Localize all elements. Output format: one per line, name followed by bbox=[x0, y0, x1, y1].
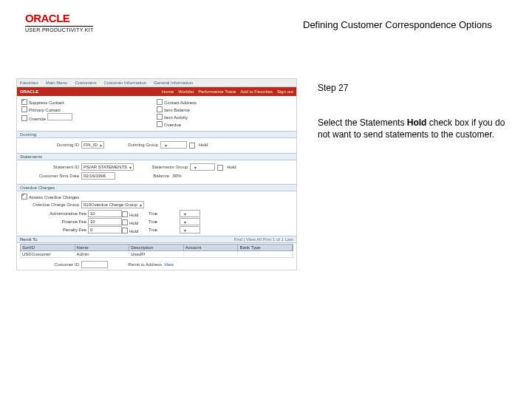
checkbox-icon[interactable] bbox=[122, 211, 128, 217]
td: Admin bbox=[75, 251, 130, 257]
statement-id-select[interactable]: PS/AR STATEMENTS bbox=[81, 163, 134, 171]
address-table: SortID Name Description Account Bank Typ… bbox=[20, 244, 293, 258]
checkbox-icon[interactable] bbox=[21, 194, 27, 200]
th: SortID bbox=[21, 245, 75, 250]
section-address: Remit To Find | View All First 1 of 1 La… bbox=[17, 236, 296, 243]
field-label: Remit to Address bbox=[110, 262, 162, 267]
checkbox-icon[interactable] bbox=[157, 106, 163, 112]
instruction-text: Select the Statements Hold check box if … bbox=[318, 117, 507, 140]
checkbox-icon[interactable] bbox=[21, 106, 27, 112]
checkbox-label: Override bbox=[29, 117, 46, 121]
th: Bank Type bbox=[238, 245, 293, 250]
field-label: Customer Stmt Date bbox=[21, 174, 79, 178]
field-label: Dunning ID bbox=[21, 143, 79, 147]
checkbox-label: Primary Contact bbox=[29, 108, 61, 112]
brand-logo: ORACLE USER PRODUCTIVITY KIT bbox=[25, 12, 114, 33]
menu-item[interactable]: Customers bbox=[75, 81, 96, 85]
customer-date-input[interactable]: 02/16/1996 bbox=[81, 172, 115, 180]
row-label: Penalty Fee bbox=[21, 228, 86, 232]
balance-value: .00% bbox=[171, 174, 182, 178]
row-label: Finance Fee bbox=[21, 219, 86, 224]
app-brand: ORACLE bbox=[20, 89, 38, 94]
checkbox-icon[interactable] bbox=[21, 115, 27, 121]
statement-group-select[interactable] bbox=[190, 163, 215, 171]
td bbox=[238, 251, 293, 257]
table-row[interactable]: USDCustomer Admin UsedFl bbox=[20, 251, 293, 258]
dunning-id-select[interactable]: FIN_ID bbox=[81, 141, 104, 149]
checkbox-icon[interactable] bbox=[122, 228, 128, 233]
step-label: Step 27 bbox=[318, 83, 348, 93]
fee-input[interactable]: 10 bbox=[88, 210, 122, 217]
field-label: Statement ID bbox=[21, 165, 79, 169]
menu-item[interactable]: Customer Information bbox=[103, 81, 146, 85]
instruction-bold: Hold bbox=[407, 117, 427, 128]
brand-subtitle: USER PRODUCTIVITY KIT bbox=[25, 27, 114, 33]
field-label: Customer ID bbox=[21, 262, 79, 267]
grid-nav[interactable]: Find | View All First 1 of 1 Last bbox=[234, 237, 293, 242]
customer-id-input[interactable] bbox=[81, 261, 108, 268]
section-title: Remit To bbox=[20, 237, 38, 242]
field-label: Overdue Charge Group bbox=[21, 202, 79, 207]
th: Name bbox=[75, 245, 130, 250]
fee-input[interactable]: 0 bbox=[88, 226, 122, 233]
header-link[interactable]: Performance Trace bbox=[198, 89, 236, 94]
app-header: ORACLE Home Worklist Performance Trace A… bbox=[17, 87, 296, 96]
section-overdue: Overdue Charges bbox=[17, 184, 296, 191]
header-link[interactable]: Add to Favorites bbox=[240, 89, 273, 94]
row-true: True bbox=[149, 211, 178, 216]
checkbox-icon[interactable] bbox=[157, 99, 163, 105]
field-label: Dunning Group bbox=[106, 143, 158, 147]
td: UsedFl bbox=[129, 251, 184, 257]
page-title: Defining Customer Correspondence Options bbox=[303, 19, 492, 30]
section-dunning: Dunning bbox=[17, 131, 296, 138]
view-link[interactable]: View bbox=[164, 262, 174, 267]
checkbox-icon[interactable] bbox=[122, 219, 128, 225]
field-label: Balance bbox=[117, 174, 169, 178]
checkbox-icon[interactable] bbox=[21, 99, 27, 105]
checkbox-label: Item Activity bbox=[164, 115, 188, 120]
section-statements: Statements bbox=[17, 153, 296, 160]
checkbox-label: Hold bbox=[227, 165, 236, 169]
header-link[interactable]: Sign out bbox=[277, 89, 293, 94]
th: Description bbox=[129, 245, 184, 250]
menu-item[interactable]: Favorites bbox=[20, 81, 38, 85]
checkbox-icon[interactable] bbox=[157, 114, 163, 120]
checkbox-label: Hold bbox=[199, 143, 208, 147]
fee-input[interactable]: 10 bbox=[88, 218, 122, 225]
checkbox-label: Contact Address bbox=[164, 100, 197, 105]
header-link[interactable]: Home bbox=[162, 89, 174, 94]
checkbox-label: Overdue bbox=[164, 123, 181, 127]
checkbox-icon[interactable] bbox=[157, 121, 163, 127]
header-links: Home Worklist Performance Trace Add to F… bbox=[162, 89, 293, 94]
td: USDCustomer bbox=[21, 251, 75, 257]
statements-hold-checkbox[interactable] bbox=[217, 165, 223, 171]
menu-item[interactable]: Main Menu bbox=[46, 81, 68, 85]
menubar: Favorites Main Menu Customers Customer I… bbox=[17, 79, 296, 87]
menu-item[interactable]: General Information bbox=[154, 81, 193, 85]
override-input[interactable] bbox=[47, 113, 72, 120]
th: Account bbox=[184, 245, 239, 250]
td bbox=[184, 251, 239, 257]
dunning-group-select[interactable] bbox=[160, 141, 187, 149]
brand-wordmark: ORACLE bbox=[25, 12, 69, 24]
row-label: Administrative Fee bbox=[21, 211, 86, 216]
row-select[interactable] bbox=[180, 226, 200, 233]
overdue-group-select[interactable]: 010Overdue Charge Group bbox=[81, 201, 144, 208]
top-options: Suppress Contact Primary Contact Overrid… bbox=[17, 96, 296, 129]
table-header: SortID Name Description Account Bank Typ… bbox=[20, 244, 293, 251]
brand-divider bbox=[25, 26, 93, 27]
header-link[interactable]: Worklist bbox=[178, 89, 194, 94]
checkbox-label: Item Balance bbox=[164, 108, 190, 112]
field-label: Statements Group bbox=[136, 165, 188, 169]
checkbox-label: Assess Overdue Charges bbox=[29, 195, 79, 200]
checkbox-label: Suppress Contact bbox=[29, 100, 64, 105]
row-select[interactable] bbox=[180, 210, 200, 217]
app-screenshot: Favorites Main Menu Customers Customer I… bbox=[16, 78, 297, 270]
row-true: True bbox=[149, 219, 178, 224]
row-true: True bbox=[149, 228, 178, 232]
row-select[interactable] bbox=[180, 218, 200, 225]
checkbox-icon[interactable] bbox=[189, 143, 195, 149]
instruction-pre: Select the Statements bbox=[318, 117, 407, 128]
